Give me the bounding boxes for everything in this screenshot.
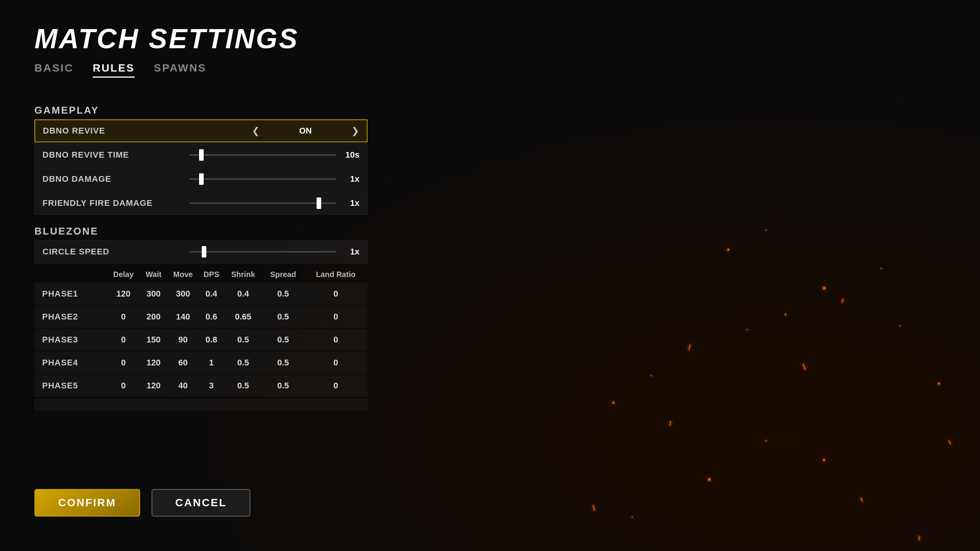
ember <box>880 268 882 269</box>
bluezone-table: Delay Wait Move DPS Shrink Spread Land R… <box>34 266 368 398</box>
tab-rules[interactable]: RULES <box>93 62 135 78</box>
ember <box>841 298 844 303</box>
table-row: PHASE501204030.50.50 <box>34 375 368 397</box>
table-header-row: Delay Wait Move DPS Shrink Spread Land R… <box>34 266 368 283</box>
col-shrink: Shrink <box>224 266 262 283</box>
phase-value: 0 <box>107 306 140 328</box>
phase-value: 3 <box>199 375 224 397</box>
phase-value: 0.5 <box>262 352 304 374</box>
table-row: PHASE401206010.50.50 <box>34 352 368 374</box>
phase-label: PHASE2 <box>34 306 107 328</box>
ember <box>766 440 767 441</box>
ember <box>670 421 671 425</box>
phase-value: 120 <box>107 283 140 305</box>
dbno-revive-time-track[interactable] <box>189 154 336 156</box>
phase-value: 0.6 <box>199 306 224 328</box>
dbno-damage-slider[interactable] <box>189 178 336 180</box>
dbno-damage-thumb[interactable] <box>199 173 204 185</box>
main-content: MATCH SETTINGS BASIC RULES SPAWNS GAMEPL… <box>34 23 379 411</box>
phase-value: 0.5 <box>262 306 304 328</box>
phase-value: 120 <box>140 375 167 397</box>
col-phase <box>34 266 107 283</box>
phase-value: 140 <box>167 306 199 328</box>
cancel-button[interactable]: CANCEL <box>152 489 251 517</box>
phase-value: 300 <box>140 283 167 305</box>
confirm-button[interactable]: CONFIRM <box>34 489 140 517</box>
friendly-fire-track[interactable] <box>189 202 336 204</box>
col-land-ratio: Land Ratio <box>304 266 368 283</box>
phase-row-hidden <box>34 399 368 411</box>
ember <box>823 287 825 289</box>
phase-value: 0 <box>107 375 140 397</box>
col-spread: Spread <box>262 266 304 283</box>
tab-bar: BASIC RULES SPAWNS <box>34 62 379 78</box>
col-move: Move <box>167 266 199 283</box>
dbno-revive-prev[interactable]: ❮ <box>252 126 260 136</box>
circle-speed-row: Circle Speed 1x <box>34 240 368 263</box>
circle-speed-slider[interactable] <box>189 251 336 253</box>
friendly-fire-label: FRIENDLY FIRE DAMAGE <box>42 198 189 208</box>
friendly-fire-slider[interactable] <box>189 202 336 204</box>
dbno-revive-label: DBNO REVIVE <box>43 126 252 136</box>
dbno-damage-row: DBNO DAMAGE 1x <box>34 168 368 191</box>
table-row: PHASE11203003000.40.40.50 <box>34 283 368 305</box>
phase-value: 120 <box>140 352 167 374</box>
phase-value: 0 <box>107 352 140 374</box>
dbno-revive-time-slider[interactable] <box>189 154 336 156</box>
tab-spawns[interactable]: SPAWNS <box>154 62 206 78</box>
phase-value: 0.5 <box>262 283 304 305</box>
dbno-revive-time-value: 10s <box>336 150 359 160</box>
ember <box>766 230 767 231</box>
tab-basic[interactable]: BASIC <box>34 62 74 78</box>
ember <box>708 478 710 481</box>
phase-value: 0.5 <box>224 352 262 374</box>
col-wait: Wait <box>140 266 167 283</box>
ember <box>861 497 863 502</box>
ember <box>746 329 748 330</box>
dbno-revive-control: ❮ ON ❯ <box>252 126 359 136</box>
dbno-revive-time-row: DBNO REVIVE TIME 10s <box>34 143 368 166</box>
phase-value: 200 <box>140 306 167 328</box>
table-row: PHASE30150900.80.50.50 <box>34 329 368 351</box>
dbno-revive-time-thumb[interactable] <box>199 149 204 161</box>
ember <box>803 364 806 370</box>
phase-value: 0 <box>304 306 368 328</box>
friendly-fire-thumb[interactable] <box>317 197 321 209</box>
circle-speed-value: 1x <box>336 247 359 257</box>
ember <box>785 314 786 315</box>
phase-label: PHASE1 <box>34 283 107 305</box>
phase-value: 0.65 <box>224 306 262 328</box>
phase-value: 0 <box>304 375 368 397</box>
circle-speed-thumb[interactable] <box>202 246 206 258</box>
table-row: PHASE202001400.60.650.50 <box>34 306 368 328</box>
phase-value: 0 <box>304 283 368 305</box>
phase-label: PHASE3 <box>34 329 107 351</box>
dbno-damage-value: 1x <box>336 174 359 184</box>
ember <box>918 536 920 540</box>
page-title: MATCH SETTINGS <box>34 23 379 54</box>
phase-value: 300 <box>167 283 199 305</box>
phase-value: 0 <box>304 329 368 351</box>
gameplay-section-header: GAMEPLAY <box>34 104 368 116</box>
dbno-revive-time-label: DBNO REVIVE TIME <box>42 150 189 160</box>
phase-value: 0.4 <box>199 283 224 305</box>
dbno-revive-value: ON <box>267 126 344 136</box>
phase-value: 1 <box>199 352 224 374</box>
ember <box>632 517 633 518</box>
circle-speed-track[interactable] <box>189 251 336 253</box>
phase-value: 0.5 <box>262 375 304 397</box>
phase-value: 0.5 <box>224 329 262 351</box>
dbno-revive-next[interactable]: ❯ <box>351 126 359 136</box>
phase-value: 40 <box>167 375 199 397</box>
settings-panel: GAMEPLAY DBNO REVIVE ❮ ON ❯ DBNO REVIVE … <box>34 97 368 411</box>
phase-label: PHASE5 <box>34 375 107 397</box>
friendly-fire-value: 1x <box>336 198 359 208</box>
ember <box>593 505 595 511</box>
ember <box>688 344 690 350</box>
phase-value: 0.4 <box>224 283 262 305</box>
bluezone-section-header: BLUEZONE <box>34 225 368 237</box>
circle-speed-label: Circle Speed <box>42 247 189 257</box>
ember <box>900 325 901 326</box>
dbno-damage-track[interactable] <box>189 178 336 180</box>
col-delay: Delay <box>107 266 140 283</box>
